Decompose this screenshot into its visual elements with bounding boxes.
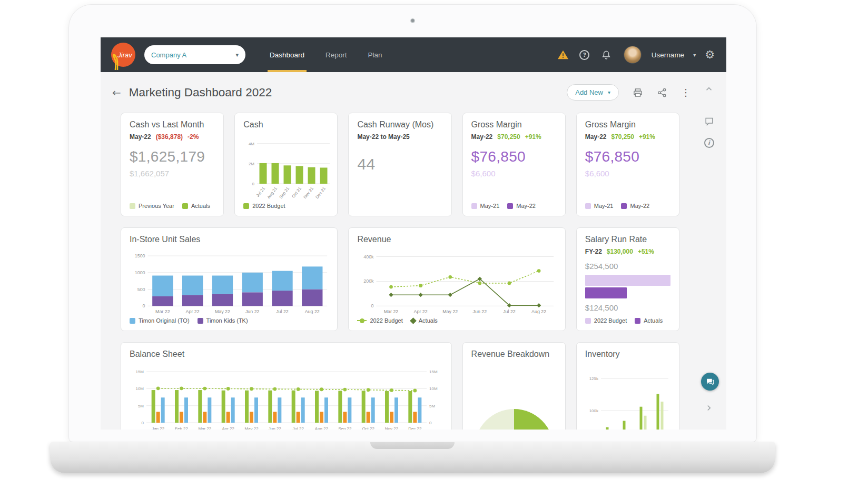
- svg-text:Oct 22: Oct 22: [362, 426, 374, 430]
- jirav-logo[interactable]: Jirav: [111, 43, 135, 67]
- company-selector[interactable]: Company A ▾: [144, 45, 245, 64]
- laptop-camera-icon: [410, 18, 415, 23]
- svg-text:Jun 22: Jun 22: [245, 309, 260, 314]
- svg-text:Jul 21: Jul 21: [255, 186, 267, 198]
- period-label: May-22: [130, 133, 151, 141]
- svg-text:Apr 22: Apr 22: [186, 309, 200, 314]
- card-balance-sheet: Balance Sheet 15M15M10M10M5M5M00Jan 22Fe…: [121, 342, 452, 430]
- svg-text:100k: 100k: [589, 408, 598, 413]
- legend-item: 2022 Budget: [585, 317, 627, 324]
- svg-text:Oct 21: Oct 21: [291, 186, 303, 199]
- svg-text:0: 0: [371, 303, 374, 308]
- svg-text:125k: 125k: [589, 376, 598, 381]
- svg-text:Jan 22: Jan 22: [152, 426, 165, 430]
- legend-item: Timon Original (TO): [130, 317, 190, 324]
- card-revenue: Revenue 400k200k0Mar 22Apr 22May 22Jun 2…: [348, 227, 565, 331]
- svg-text:Mar 22: Mar 22: [198, 426, 211, 430]
- svg-text:Nov 21: Nov 21: [303, 186, 315, 199]
- tab-plan[interactable]: Plan: [366, 37, 384, 72]
- legend-item: May-22: [621, 203, 649, 209]
- comment-icon[interactable]: [703, 115, 715, 127]
- svg-text:Feb 22: Feb 22: [175, 426, 188, 430]
- revenue-chart: 400k200k0Mar 22Apr 22May 22Jun 22Jul 22A…: [357, 250, 560, 317]
- metric-secondary: $1,662,057: [130, 169, 215, 178]
- navbar: Jirav Company A ▾ Dashboard Report Plan: [101, 37, 726, 72]
- card-title: Gross Margin: [585, 120, 670, 129]
- user-caret-down-icon[interactable]: ▾: [693, 52, 696, 58]
- chat-fab-button[interactable]: [701, 373, 719, 391]
- legend-item: Actuals: [411, 317, 438, 324]
- add-new-button[interactable]: Add New ▾: [567, 84, 619, 101]
- legend-item: Actuals: [635, 317, 663, 324]
- giraffe-icon: [111, 52, 122, 71]
- svg-text:5M: 5M: [429, 404, 435, 408]
- salary-budget-bar: [585, 275, 670, 286]
- legend: May-21May-22: [585, 203, 670, 209]
- metric-value: $76,850: [471, 148, 557, 165]
- page: Jirav Company A ▾ Dashboard Report Plan: [0, 0, 868, 499]
- metric-value: $1,625,179: [130, 148, 215, 165]
- metric-summary: May-22 ($36,878) -2%: [130, 133, 215, 141]
- card-gross-margin: Gross Margin May-22 $70,250 +91% $76,850…: [462, 113, 566, 216]
- svg-text:1000: 1000: [135, 270, 145, 275]
- delta-pct-label: +51%: [638, 248, 654, 255]
- card-cash-vs-last-month: Cash vs Last Month May-22 ($36,878) -2% …: [121, 113, 224, 216]
- svg-text:0: 0: [252, 182, 255, 186]
- laptop-frame: Jirav Company A ▾ Dashboard Report Plan: [68, 4, 757, 443]
- toolbar: ← Marketing Dashboard 2022 Add New ▾: [101, 72, 726, 113]
- svg-text:200k: 200k: [364, 278, 374, 284]
- kebab-menu-icon[interactable]: ⋮: [681, 87, 691, 98]
- info-icon[interactable]: i: [703, 136, 715, 149]
- legend: 2022 BudgetActuals: [585, 317, 670, 324]
- username-label[interactable]: Username: [652, 51, 684, 59]
- tab-report[interactable]: Report: [323, 37, 349, 72]
- settings-gear-icon[interactable]: ⚙: [705, 49, 715, 61]
- user-avatar[interactable]: [624, 46, 642, 64]
- expand-chevron-right-icon[interactable]: [703, 402, 715, 414]
- card-inventory: Inventory 125k100k75k: [576, 342, 679, 430]
- inventory-chart: 125k100k75k: [585, 365, 673, 430]
- actuals-value-label: $124,500: [585, 303, 670, 312]
- metric-summary: May-22 $70,250 +91%: [585, 133, 670, 141]
- chat-icon: [705, 377, 715, 386]
- svg-text:Jun 22: Jun 22: [269, 426, 282, 430]
- help-icon[interactable]: ?: [578, 48, 591, 61]
- svg-text:4M: 4M: [249, 142, 254, 146]
- metric-summary: FY-22 $130,000 +51%: [585, 248, 670, 255]
- svg-text:Dec 21: Dec 21: [315, 186, 327, 199]
- legend: Timon Original (TO)Timon Kids (TK): [130, 317, 329, 324]
- svg-text:5M: 5M: [138, 404, 144, 408]
- metric-secondary: $6,600: [585, 169, 670, 178]
- svg-text:Jul 22: Jul 22: [292, 426, 304, 430]
- balance-sheet-chart: 15M15M10M10M5M5M00Jan 22Feb 22Mar 22Apr …: [130, 365, 445, 430]
- metric-summary: May-22 to May-25: [357, 133, 442, 141]
- period-label: May-22: [585, 133, 607, 141]
- cash-chart: 4M2M0Jul 21Aug 21Sep 21Oct 21Nov 21Dec 2…: [243, 135, 332, 202]
- delta-pct-label: +91%: [525, 133, 541, 141]
- period-label: FY-22: [585, 248, 602, 255]
- add-new-caret-icon: ▾: [608, 89, 610, 95]
- card-title: Salary Run Rate: [585, 235, 670, 244]
- svg-text:Nov 22: Nov 22: [385, 426, 399, 430]
- revenue-breakdown-pie: [475, 409, 554, 430]
- share-icon[interactable]: [657, 87, 667, 98]
- tab-dashboard[interactable]: Dashboard: [268, 37, 307, 72]
- svg-text:Sep 21: Sep 21: [279, 186, 291, 199]
- collapse-chevron-up-icon[interactable]: [703, 83, 715, 95]
- back-button[interactable]: ←: [112, 86, 121, 99]
- warning-icon[interactable]: [557, 48, 569, 61]
- notifications-bell-icon[interactable]: [600, 48, 613, 61]
- legend-item: May-22: [507, 203, 536, 209]
- card-title: Cash: [243, 120, 329, 129]
- print-button[interactable]: [633, 87, 643, 98]
- svg-text:May 22: May 22: [215, 309, 230, 314]
- laptop-base-notch: [370, 442, 455, 449]
- delta-label: $130,000: [607, 248, 633, 255]
- card-cash-runway: Cash Runway (Mos) May-22 to May-25 44: [348, 113, 451, 216]
- legend: 2022 Budget: [243, 203, 329, 209]
- period-label: May-22 to May-25: [357, 133, 409, 141]
- toolbar-actions: Add New ▾: [567, 84, 691, 101]
- metric-summary: May-22 $70,250 +91%: [471, 133, 557, 141]
- budget-value-label: $254,500: [585, 262, 670, 271]
- card-title: Revenue Breakdown: [471, 350, 557, 359]
